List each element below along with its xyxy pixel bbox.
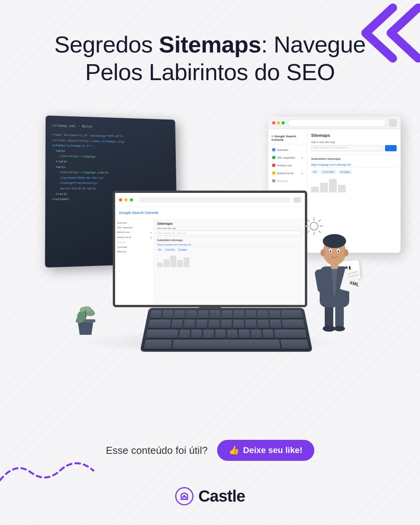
nav-item-search[interactable]: Search res lts ∧ [268,169,307,177]
key [210,310,220,318]
sitemaps-heading: Sitemaps [311,133,397,138]
monitor-screen: Google Search Console Overview URL inspe… [113,191,307,307]
header-btn [293,197,301,203]
thumbs-up-icon: 👍 [229,445,239,455]
like-button-label: Deixe seu like! [243,445,303,455]
nav-sitemaps2: Sitem ps [117,249,152,254]
key [257,320,269,328]
key [245,310,256,318]
key [191,329,202,338]
title-part1: Segredos [54,32,159,58]
sc-bar-chart [311,177,397,192]
sitemap-stats: OK 4 Jun 2021 10 pages [311,170,397,174]
dot-red [119,198,122,201]
key [184,320,195,328]
key [234,310,244,318]
nav-search: Search res lts∧ [117,235,152,240]
page-title-section: Segredos Sitemaps: Navegue Pelos Labirin… [43,31,377,86]
key [274,329,306,338]
cta-question-text: Esse conteúdo foi útil? [106,444,208,457]
key [203,329,214,338]
nav-item-overview[interactable]: Overview [268,146,307,154]
key [208,320,219,328]
monitor-input: https://mypage.com/ sitemap.xml [157,231,302,235]
key [150,310,161,318]
key [257,310,268,318]
browser-url-bar[interactable] [288,119,386,127]
key [227,329,238,338]
monitor-gsc-title: Google Search Console [115,207,305,219]
code-line-9: <lastmod>2020-06-20</la [52,175,170,181]
svg-point-10 [334,326,345,331]
dot-green [130,198,133,201]
monitor-stat-pages: 10 pages [177,248,188,251]
code-panel-title: sitemap.xml - Notes [52,124,170,131]
monitor-stats: OK 4 Jun 2021 10 pages [157,248,302,251]
gear-svg [303,215,325,237]
title-part2: : Navegue [261,32,366,58]
monitor-chart [157,254,302,267]
key [174,310,185,318]
key-row-1 [150,310,303,318]
nav-discover: Discover [117,240,152,245]
svg-point-23 [344,249,348,256]
illustration-area: sitemap.xml - Notes <?xml version="1.0" … [35,105,385,369]
key [171,320,183,328]
key [148,320,171,328]
svg-point-9 [323,326,335,332]
svg-rect-8 [335,305,344,329]
monitor-stat-date: 4 Jun 2021 [164,248,176,251]
gear-icon [303,215,325,241]
key [262,329,274,338]
browser-action-icon [389,119,397,127]
gsc-nav-title: ≡ Google Search Console [268,132,307,144]
code-line-10: <changefreq>monthly< [52,180,170,186]
main-title: Segredos Sitemaps: Navegue Pelos Labirin… [43,31,377,86]
screen-header [115,193,305,207]
address-bar [138,197,291,203]
key [281,340,309,349]
nav-perf: Perform nce∧ [117,230,152,235]
key [269,310,280,318]
svg-point-21 [338,250,339,252]
key-row-2 [148,320,304,328]
submitted-sitemaps-label: Submitted sitemaps [311,154,397,161]
spacebar-key [172,340,280,349]
monitor-sitemap-url: https://mypage.com/ sitemap.xml [157,243,302,247]
castle-logo-section: Castle [175,487,245,506]
plant [66,298,105,338]
key [215,329,226,338]
nav-overview: Overview [117,220,152,225]
nav-coverage: Coverage [117,245,152,249]
key [245,320,257,328]
nav-item-url[interactable]: URL inspection ∧ [268,154,307,161]
nav-item-performance[interactable]: Perform nce [268,161,307,169]
monitor-main: Sitemaps dd a new site map https://mypag… [154,219,305,305]
stat-ok: OK [311,170,318,174]
key-row-3 [146,329,306,338]
bottom-cta-section: Esse conteúdo foi útil? 👍 Deixe seu like… [106,440,314,461]
key [270,320,281,328]
key [179,329,190,338]
sitemap-url-input[interactable]: https://mypage.com/ sitemap.xml [311,145,383,151]
key [282,320,305,328]
monitor-sitemaps-title: Sitemaps [157,222,302,226]
svg-marker-0 [78,321,93,335]
key [239,329,250,338]
like-button[interactable]: 👍 Deixe seu like! [217,440,314,461]
stat-date: 4 Jun 2021 [321,170,336,174]
title-bold: Sitemaps [159,32,261,58]
screen-content: Google Search Console Overview URL inspe… [115,193,305,305]
submit-button[interactable] [385,145,397,151]
key [144,340,172,349]
monitor-stat-ok: OK [157,248,162,251]
sitemap-row-1: https://mypage.com/ sitemap.xml [311,162,397,168]
plant-svg [66,298,105,337]
key [146,329,178,338]
svg-point-30 [183,495,186,497]
nav-url: URL inspection [117,225,152,230]
nav-item-discover[interactable]: Discover [268,177,307,185]
key [162,310,173,318]
svg-point-22 [320,249,325,256]
monitor: Google Search Console Overview URL inspe… [113,191,307,323]
